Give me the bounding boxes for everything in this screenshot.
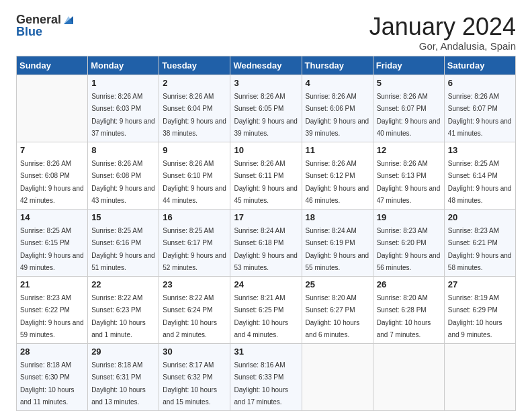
- day-info: Sunrise: 8:26 AMSunset: 6:08 PMDaylight:…: [20, 160, 84, 205]
- day-number: 29: [91, 347, 155, 357]
- weekday-header-row: Sunday Monday Tuesday Wednesday Thursday…: [17, 56, 516, 75]
- day-number: 21: [20, 279, 84, 289]
- logo: General Blue: [16, 13, 75, 38]
- day-number: 16: [163, 212, 226, 222]
- day-info: Sunrise: 8:24 AMSunset: 6:19 PMDaylight:…: [306, 227, 369, 272]
- day-info: Sunrise: 8:24 AMSunset: 6:18 PMDaylight:…: [234, 227, 298, 272]
- day-number: 5: [377, 78, 441, 88]
- day-number: 20: [448, 212, 512, 222]
- day-number: 18: [306, 212, 369, 222]
- day-number: 9: [163, 145, 226, 155]
- day-info: Sunrise: 8:26 AMSunset: 6:07 PMDaylight:…: [377, 93, 441, 138]
- calendar-cell: 18 Sunrise: 8:24 AMSunset: 6:19 PMDaylig…: [302, 209, 373, 276]
- day-info: Sunrise: 8:26 AMSunset: 6:03 PMDaylight:…: [91, 93, 155, 138]
- calendar-cell: 2 Sunrise: 8:26 AMSunset: 6:04 PMDayligh…: [159, 75, 230, 142]
- calendar-cell: [302, 343, 373, 410]
- day-number: 1: [91, 78, 155, 88]
- day-number: 4: [306, 78, 369, 88]
- calendar-cell: [444, 343, 515, 410]
- day-info: Sunrise: 8:22 AMSunset: 6:24 PMDaylight:…: [163, 294, 217, 339]
- day-number: 19: [377, 212, 441, 222]
- calendar-cell: 21 Sunrise: 8:23 AMSunset: 6:22 PMDaylig…: [17, 276, 88, 343]
- calendar-cell: 6 Sunrise: 8:26 AMSunset: 6:07 PMDayligh…: [444, 75, 515, 142]
- calendar-week-row: 28 Sunrise: 8:18 AMSunset: 6:30 PMDaylig…: [17, 343, 516, 410]
- day-number: 24: [234, 279, 298, 289]
- day-info: Sunrise: 8:26 AMSunset: 6:07 PMDaylight:…: [448, 93, 512, 138]
- day-number: 23: [163, 279, 226, 289]
- logo-blue: Blue: [16, 25, 42, 38]
- day-info: Sunrise: 8:25 AMSunset: 6:17 PMDaylight:…: [163, 227, 226, 272]
- header-friday: Friday: [373, 56, 444, 75]
- title-location: Gor, Andalusia, Spain: [369, 40, 516, 52]
- day-info: Sunrise: 8:26 AMSunset: 6:11 PMDaylight:…: [234, 160, 298, 205]
- header: General Blue January 2024 Gor, Andalusia…: [16, 13, 516, 52]
- day-info: Sunrise: 8:25 AMSunset: 6:14 PMDaylight:…: [448, 160, 512, 205]
- calendar-cell: 10 Sunrise: 8:26 AMSunset: 6:11 PMDaylig…: [230, 142, 302, 209]
- day-number: 27: [448, 279, 512, 289]
- day-info: Sunrise: 8:25 AMSunset: 6:16 PMDaylight:…: [91, 227, 155, 272]
- day-info: Sunrise: 8:26 AMSunset: 6:05 PMDaylight:…: [234, 93, 298, 138]
- calendar-cell: 24 Sunrise: 8:21 AMSunset: 6:25 PMDaylig…: [230, 276, 302, 343]
- header-saturday: Saturday: [444, 56, 515, 75]
- day-number: 15: [91, 212, 155, 222]
- calendar-cell: 31 Sunrise: 8:16 AMSunset: 6:33 PMDaylig…: [230, 343, 302, 410]
- day-info: Sunrise: 8:21 AMSunset: 6:25 PMDaylight:…: [234, 294, 288, 339]
- day-info: Sunrise: 8:26 AMSunset: 6:06 PMDaylight:…: [306, 93, 369, 138]
- calendar-week-row: 21 Sunrise: 8:23 AMSunset: 6:22 PMDaylig…: [17, 276, 516, 343]
- day-info: Sunrise: 8:25 AMSunset: 6:15 PMDaylight:…: [20, 227, 84, 272]
- logo-general: General: [16, 13, 61, 26]
- day-info: Sunrise: 8:26 AMSunset: 6:10 PMDaylight:…: [163, 160, 226, 205]
- day-info: Sunrise: 8:26 AMSunset: 6:08 PMDaylight:…: [91, 160, 155, 205]
- day-number: 13: [448, 145, 512, 155]
- day-info: Sunrise: 8:20 AMSunset: 6:28 PMDaylight:…: [377, 294, 431, 339]
- calendar-cell: 4 Sunrise: 8:26 AMSunset: 6:06 PMDayligh…: [302, 75, 373, 142]
- day-info: Sunrise: 8:19 AMSunset: 6:29 PMDaylight:…: [448, 294, 502, 339]
- day-number: 25: [306, 279, 369, 289]
- day-number: 8: [91, 145, 155, 155]
- calendar-cell: [373, 343, 444, 410]
- day-info: Sunrise: 8:16 AMSunset: 6:33 PMDaylight:…: [234, 361, 288, 406]
- calendar-week-row: 7 Sunrise: 8:26 AMSunset: 6:08 PMDayligh…: [17, 142, 516, 209]
- header-monday: Monday: [88, 56, 159, 75]
- day-number: 31: [234, 347, 298, 357]
- day-number: 14: [20, 212, 84, 222]
- day-number: 26: [377, 279, 441, 289]
- calendar-cell: 30 Sunrise: 8:17 AMSunset: 6:32 PMDaylig…: [159, 343, 230, 410]
- calendar-cell: 28 Sunrise: 8:18 AMSunset: 6:30 PMDaylig…: [17, 343, 88, 410]
- logo-icon: [62, 13, 75, 26]
- calendar-cell: 22 Sunrise: 8:22 AMSunset: 6:23 PMDaylig…: [88, 276, 159, 343]
- calendar-cell: 29 Sunrise: 8:18 AMSunset: 6:31 PMDaylig…: [88, 343, 159, 410]
- title-month: January 2024: [369, 13, 516, 40]
- calendar-cell: 8 Sunrise: 8:26 AMSunset: 6:08 PMDayligh…: [88, 142, 159, 209]
- calendar-cell: 3 Sunrise: 8:26 AMSunset: 6:05 PMDayligh…: [230, 75, 302, 142]
- day-number: 11: [306, 145, 369, 155]
- day-number: 30: [163, 347, 226, 357]
- calendar-cell: 9 Sunrise: 8:26 AMSunset: 6:10 PMDayligh…: [159, 142, 230, 209]
- day-number: 12: [377, 145, 441, 155]
- calendar-cell: 15 Sunrise: 8:25 AMSunset: 6:16 PMDaylig…: [88, 209, 159, 276]
- calendar-cell: 25 Sunrise: 8:20 AMSunset: 6:27 PMDaylig…: [302, 276, 373, 343]
- calendar-cell: 26 Sunrise: 8:20 AMSunset: 6:28 PMDaylig…: [373, 276, 444, 343]
- calendar-cell: 16 Sunrise: 8:25 AMSunset: 6:17 PMDaylig…: [159, 209, 230, 276]
- calendar-week-row: 14 Sunrise: 8:25 AMSunset: 6:15 PMDaylig…: [17, 209, 516, 276]
- calendar-cell: 27 Sunrise: 8:19 AMSunset: 6:29 PMDaylig…: [444, 276, 515, 343]
- day-info: Sunrise: 8:17 AMSunset: 6:32 PMDaylight:…: [163, 361, 217, 406]
- title-block: January 2024 Gor, Andalusia, Spain: [369, 13, 516, 52]
- day-number: 10: [234, 145, 298, 155]
- calendar-cell: 5 Sunrise: 8:26 AMSunset: 6:07 PMDayligh…: [373, 75, 444, 142]
- calendar-cell: 12 Sunrise: 8:26 AMSunset: 6:13 PMDaylig…: [373, 142, 444, 209]
- header-thursday: Thursday: [302, 56, 373, 75]
- header-tuesday: Tuesday: [159, 56, 230, 75]
- calendar-cell: 23 Sunrise: 8:22 AMSunset: 6:24 PMDaylig…: [159, 276, 230, 343]
- day-info: Sunrise: 8:23 AMSunset: 6:21 PMDaylight:…: [448, 227, 512, 272]
- day-info: Sunrise: 8:26 AMSunset: 6:13 PMDaylight:…: [377, 160, 441, 205]
- day-number: 3: [234, 78, 298, 88]
- calendar-cell: 19 Sunrise: 8:23 AMSunset: 6:20 PMDaylig…: [373, 209, 444, 276]
- calendar-cell: 7 Sunrise: 8:26 AMSunset: 6:08 PMDayligh…: [17, 142, 88, 209]
- day-info: Sunrise: 8:23 AMSunset: 6:22 PMDaylight:…: [20, 294, 84, 339]
- calendar-cell: 20 Sunrise: 8:23 AMSunset: 6:21 PMDaylig…: [444, 209, 515, 276]
- day-info: Sunrise: 8:18 AMSunset: 6:30 PMDaylight:…: [20, 361, 75, 406]
- day-info: Sunrise: 8:26 AMSunset: 6:12 PMDaylight:…: [306, 160, 369, 205]
- calendar-week-row: 1 Sunrise: 8:26 AMSunset: 6:03 PMDayligh…: [17, 75, 516, 142]
- day-info: Sunrise: 8:20 AMSunset: 6:27 PMDaylight:…: [306, 294, 360, 339]
